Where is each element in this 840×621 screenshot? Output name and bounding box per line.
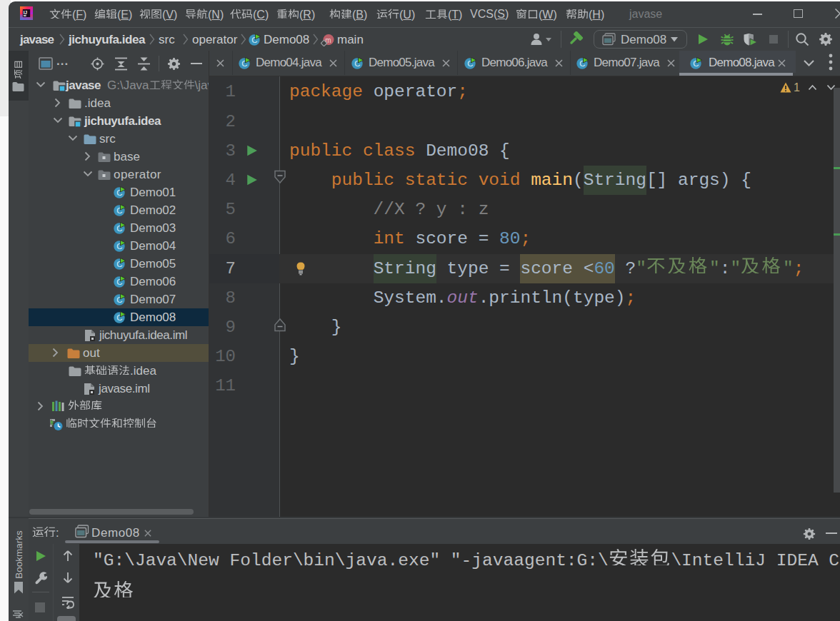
svg-text:IJ: IJ xyxy=(24,10,28,15)
